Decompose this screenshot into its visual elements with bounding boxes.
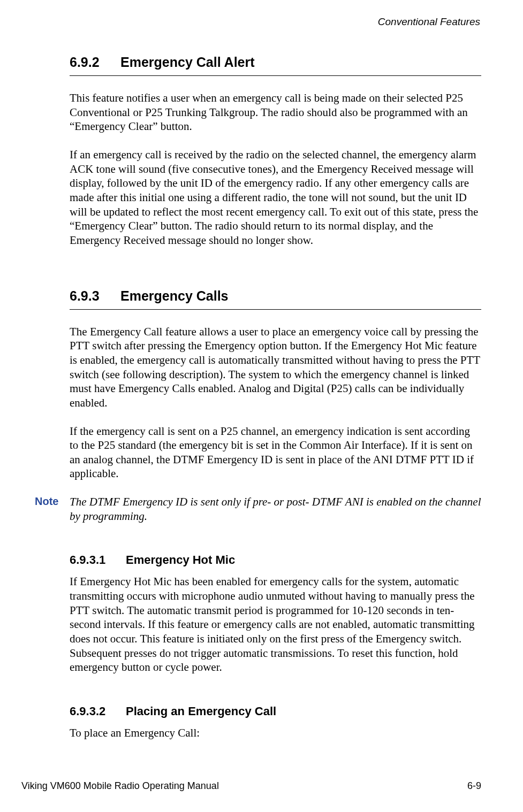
paragraph: To place an Emergency Call:: [70, 726, 481, 740]
note-label: Note: [35, 495, 70, 508]
spacer: [70, 537, 481, 553]
heading-6-9-2: 6.9.2Emergency Call Alert: [70, 55, 481, 70]
heading-number: 6.9.3.1: [70, 553, 126, 567]
paragraph: The Emergency Call feature allows a user…: [70, 325, 481, 410]
paragraph: If the emergency call is sent on a P25 c…: [70, 424, 481, 481]
paragraph: This feature notifies a user when an eme…: [70, 91, 481, 134]
heading-title: Placing an Emergency Call: [126, 704, 276, 718]
page: Conventional Features 6.9.2Emergency Cal…: [0, 0, 523, 812]
heading-number: 6.9.2: [70, 55, 120, 70]
spacer: [70, 688, 481, 704]
heading-title: Emergency Calls: [120, 288, 229, 303]
heading-6-9-3-1: 6.9.3.1Emergency Hot Mic: [70, 553, 481, 567]
spacer: [70, 262, 481, 288]
footer-manual-title: Viking VM600 Mobile Radio Operating Manu…: [21, 780, 219, 792]
paragraph: If an emergency call is received by the …: [70, 148, 481, 248]
page-footer: Viking VM600 Mobile Radio Operating Manu…: [21, 780, 481, 792]
heading-rule: [70, 75, 481, 76]
note-block: Note The DTMF Emergency ID is sent only …: [35, 495, 481, 523]
heading-title: Emergency Call Alert: [120, 55, 255, 70]
heading-number: 6.9.3.2: [70, 704, 126, 718]
heading-rule: [70, 309, 481, 310]
heading-6-9-3: 6.9.3Emergency Calls: [70, 288, 481, 304]
heading-6-9-3-2: 6.9.3.2Placing an Emergency Call: [70, 704, 481, 718]
footer-page-number: 6-9: [467, 780, 481, 792]
heading-title: Emergency Hot Mic: [126, 553, 235, 566]
note-text: The DTMF Emergency ID is sent only if pr…: [70, 495, 481, 523]
paragraph: If Emergency Hot Mic has been enabled fo…: [70, 574, 481, 675]
header-chapter-title: Conventional Features: [70, 16, 481, 28]
heading-number: 6.9.3: [70, 288, 120, 304]
